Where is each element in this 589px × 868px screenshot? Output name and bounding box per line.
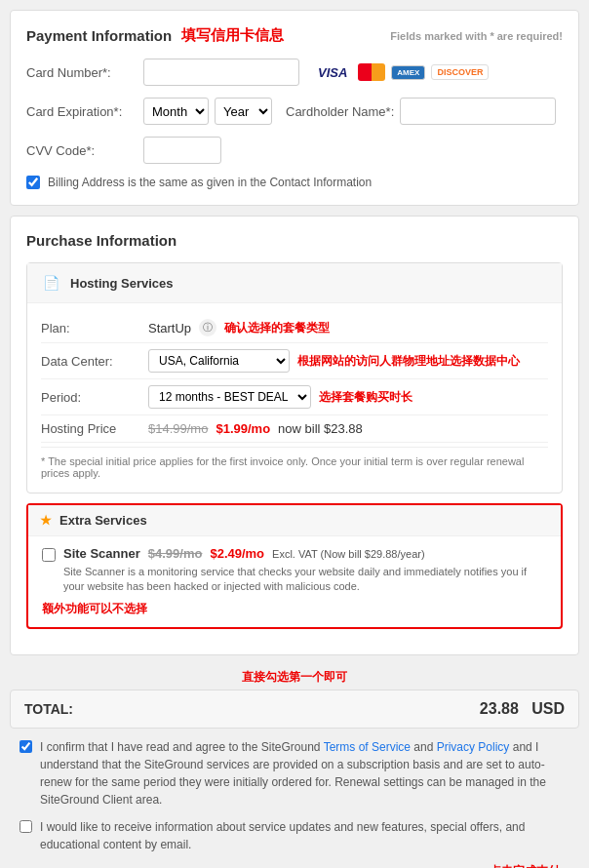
card-logos: VISA AMEX DISCOVER bbox=[313, 63, 489, 82]
cardholder-input[interactable] bbox=[400, 98, 556, 125]
billing-text: Billing Address is the same as given in … bbox=[48, 176, 372, 189]
billing-checkbox[interactable] bbox=[26, 176, 40, 189]
site-scanner-price-new: $2.49/mo bbox=[210, 546, 264, 561]
hosting-header: 📄 Hosting Services bbox=[27, 263, 562, 303]
visa-logo: VISA bbox=[313, 63, 352, 82]
datacenter-chinese: 根据网站的访问人群物理地址选择数据中心 bbox=[297, 353, 520, 370]
plan-chinese: 确认选择的套餐类型 bbox=[224, 320, 330, 336]
hosting-price-new: $1.99/mo bbox=[216, 421, 270, 436]
site-scanner-excl: Excl. VAT (Now bill $29.88/year) bbox=[272, 548, 425, 560]
hosting-icon: 📄 bbox=[39, 271, 62, 295]
payment-header: Payment Information 填写信用卡信息 Fields marke… bbox=[26, 26, 563, 45]
hosting-title: Hosting Services bbox=[70, 276, 174, 291]
hosting-price-label: Hosting Price bbox=[41, 421, 148, 436]
amex-logo: AMEX bbox=[391, 65, 425, 80]
plan-label: Plan: bbox=[41, 321, 148, 335]
hosting-price-old: $14.99/mo bbox=[148, 421, 208, 436]
card-expiration-label: Card Expiration*: bbox=[26, 104, 143, 119]
expiry-row: Card Expiration*: Month 010203 040506 07… bbox=[26, 98, 563, 125]
hosting-subsection: 📄 Hosting Services Plan: StartUp ⓘ 确认选择的… bbox=[26, 262, 563, 493]
card-number-input[interactable] bbox=[143, 59, 299, 86]
plan-row: Plan: StartUp ⓘ 确认选择的套餐类型 bbox=[41, 313, 548, 343]
extra-body: Site Scanner $4.99/mo $2.49/mo Excl. VAT… bbox=[28, 536, 561, 627]
special-note: * The special initial price applies for … bbox=[41, 447, 548, 483]
star-icon: ★ bbox=[40, 513, 52, 528]
extra-title: Extra Services bbox=[59, 513, 147, 528]
hosting-price-bill: now bill $23.88 bbox=[278, 421, 363, 436]
cvv-label: CVV Code*: bbox=[26, 143, 143, 158]
direct-annotation: 直接勾选第一个即可 bbox=[10, 665, 579, 690]
period-chinese: 选择套餐购买时长 bbox=[319, 389, 412, 406]
cardholder-label: Cardholder Name*: bbox=[286, 104, 394, 119]
confirm-checkbox-2[interactable] bbox=[20, 820, 32, 833]
site-scanner-name: Site Scanner bbox=[63, 546, 140, 561]
site-scanner-info: Site Scanner $4.99/mo $2.49/mo Excl. VAT… bbox=[63, 546, 547, 595]
mastercard-logo bbox=[358, 63, 385, 81]
extra-header: ★ Extra Services bbox=[28, 505, 561, 536]
required-note: Fields marked with * are required! bbox=[390, 30, 563, 42]
period-value-container: 12 months - BEST DEAL 24 months 1 month … bbox=[148, 385, 412, 409]
discover-logo: DISCOVER bbox=[431, 64, 489, 80]
cvv-row: CVV Code*: bbox=[26, 137, 563, 164]
total-bar: TOTAL: 23.88 USD bbox=[10, 690, 579, 729]
confirm-text-2: I would like to receive information abou… bbox=[40, 818, 569, 853]
finish-annotation: 点击完成支付 bbox=[10, 863, 579, 868]
plan-info-icon[interactable]: ⓘ bbox=[199, 319, 216, 336]
tos-link[interactable]: Terms of Service bbox=[324, 740, 411, 754]
plan-value-container: StartUp ⓘ 确认选择的套餐类型 bbox=[148, 319, 330, 336]
payment-title: Payment Information bbox=[26, 27, 172, 44]
payment-chinese-title: 填写信用卡信息 bbox=[181, 26, 284, 45]
privacy-link[interactable]: Privacy Policy bbox=[437, 740, 510, 754]
purchase-section: Purchase Information 📄 Hosting Services … bbox=[10, 216, 579, 655]
card-number-row: Card Number*: VISA AMEX DISCOVER bbox=[26, 59, 563, 86]
billing-row: Billing Address is the same as given in … bbox=[26, 176, 563, 189]
hosting-price-container: $14.99/mo $1.99/mo now bill $23.88 bbox=[148, 421, 363, 436]
payment-section: Payment Information 填写信用卡信息 Fields marke… bbox=[10, 10, 579, 206]
confirm-row-1: I confirm that I have read and agree to … bbox=[20, 738, 569, 809]
confirm-checkbox-1[interactable] bbox=[20, 740, 32, 753]
site-scanner-title-row: Site Scanner $4.99/mo $2.49/mo Excl. VAT… bbox=[63, 546, 547, 561]
card-number-label: Card Number*: bbox=[26, 65, 143, 80]
cvv-input[interactable] bbox=[143, 137, 221, 164]
confirm-row-2: I would like to receive information abou… bbox=[20, 818, 569, 853]
period-label: Period: bbox=[41, 390, 148, 405]
datacenter-row: Data Center: USA, California Europe, Net… bbox=[41, 343, 548, 379]
hosting-price-row: Hosting Price $14.99/mo $1.99/mo now bil… bbox=[41, 415, 548, 443]
month-select[interactable]: Month 010203 040506 070809 101112 bbox=[143, 98, 209, 125]
year-select[interactable]: Year 202420252026 2027202820292030 bbox=[215, 98, 272, 125]
extra-chinese: 额外功能可以不选择 bbox=[42, 601, 547, 617]
expiry-selects: Month 010203 040506 070809 101112 Year 2… bbox=[143, 98, 272, 125]
datacenter-select[interactable]: USA, California Europe, Netherlands Asia… bbox=[148, 349, 290, 373]
site-scanner-checkbox[interactable] bbox=[42, 548, 56, 562]
site-scanner-price-old: $4.99/mo bbox=[148, 546, 203, 561]
period-row: Period: 12 months - BEST DEAL 24 months … bbox=[41, 379, 548, 415]
confirm-text-1: I confirm that I have read and agree to … bbox=[40, 738, 569, 809]
datacenter-label: Data Center: bbox=[41, 354, 148, 369]
hosting-body: Plan: StartUp ⓘ 确认选择的套餐类型 Data Center: U… bbox=[27, 303, 562, 493]
total-label: TOTAL: bbox=[24, 701, 73, 717]
plan-name: StartUp bbox=[148, 321, 191, 335]
site-scanner-item: Site Scanner $4.99/mo $2.49/mo Excl. VAT… bbox=[42, 546, 547, 595]
purchase-title: Purchase Information bbox=[26, 232, 563, 249]
total-amount: 23.88 USD bbox=[480, 700, 565, 718]
datacenter-value-container: USA, California Europe, Netherlands Asia… bbox=[148, 349, 520, 373]
total-confirm-area: 直接勾选第一个即可 TOTAL: 23.88 USD I confirm tha… bbox=[10, 665, 579, 868]
confirm-area: I confirm that I have read and agree to … bbox=[10, 738, 579, 853]
period-select[interactable]: 12 months - BEST DEAL 24 months 1 month bbox=[148, 385, 311, 409]
site-scanner-desc: Site Scanner is a monitoring service tha… bbox=[63, 565, 547, 595]
extra-section: ★ Extra Services Site Scanner $4.99/mo $… bbox=[26, 503, 563, 629]
